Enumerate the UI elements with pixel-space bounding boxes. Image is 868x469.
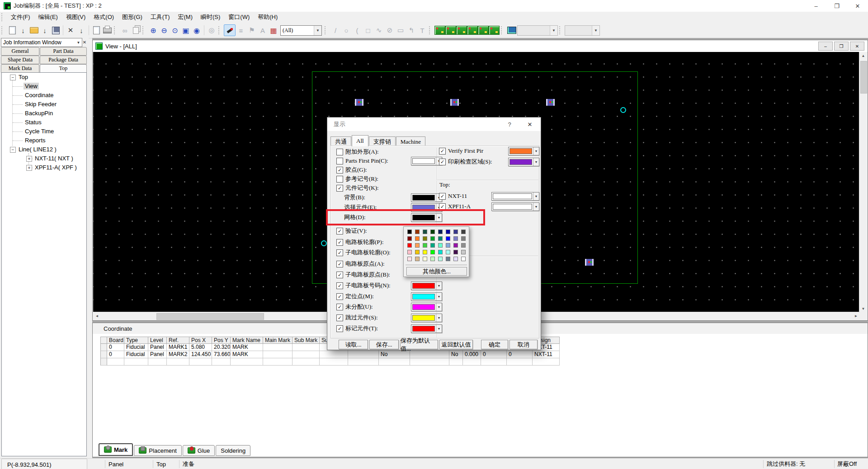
menu-macro[interactable]: 宏(M) bbox=[174, 12, 197, 23]
checkbox[interactable]: ✓ bbox=[336, 304, 343, 310]
palette-color-swatch[interactable] bbox=[453, 257, 458, 261]
option-subboard-number[interactable]: ✓ 子电路板号码(N): ▼ bbox=[336, 281, 391, 290]
table-cell[interactable] bbox=[212, 358, 231, 366]
table-cell[interactable] bbox=[481, 358, 507, 366]
draw-nodisp-icon[interactable]: ⊘ bbox=[384, 25, 395, 36]
mark-circle[interactable] bbox=[321, 240, 327, 246]
palette-color-swatch[interactable] bbox=[415, 236, 420, 241]
maximize-button[interactable]: ❐ bbox=[826, 0, 847, 12]
palette-color-swatch[interactable] bbox=[407, 250, 412, 254]
table-cell[interactable]: Panel bbox=[148, 344, 167, 351]
table-cell[interactable]: MARK bbox=[231, 351, 263, 358]
table-header-cell[interactable]: Main Mark bbox=[263, 337, 292, 344]
checkbox[interactable]: ✓ bbox=[336, 249, 343, 256]
palette-color-swatch[interactable] bbox=[453, 236, 458, 241]
fiducial-mark-icon[interactable] bbox=[585, 259, 594, 266]
table-cell[interactable]: 0 bbox=[481, 351, 507, 358]
color-dropdown[interactable]: ▼ bbox=[508, 147, 539, 155]
table-header-cell[interactable]: Type bbox=[124, 337, 148, 344]
checkbox[interactable]: ✓ bbox=[336, 185, 343, 192]
table-cell[interactable]: Fiducial bbox=[124, 351, 148, 358]
color-dropdown[interactable]: ▼ bbox=[411, 203, 442, 212]
draw-circle-icon[interactable]: ○ bbox=[341, 25, 352, 36]
machine-layer-icon[interactable] bbox=[506, 25, 517, 36]
grid-color-dropdown[interactable]: ▼ bbox=[411, 213, 442, 222]
board-map-icon-6[interactable] bbox=[489, 25, 500, 36]
tab-mark[interactable]: Mark bbox=[99, 443, 133, 456]
palette-color-swatch[interactable] bbox=[407, 257, 412, 261]
tree-item-top[interactable]: − Top bbox=[2, 73, 86, 82]
tree-item-skip-feeder[interactable]: Skip Feeder bbox=[2, 100, 86, 109]
menu-edit[interactable]: 编辑(E) bbox=[34, 12, 62, 23]
open-icon[interactable] bbox=[28, 25, 39, 36]
new-document-icon[interactable] bbox=[7, 25, 18, 36]
print-preview-icon[interactable] bbox=[91, 25, 102, 36]
help-icon[interactable]: ? bbox=[502, 117, 517, 131]
vertical-scrollbar[interactable]: ▲ ▼ bbox=[859, 52, 867, 313]
palette-color-swatch[interactable] bbox=[438, 243, 443, 248]
menu-format[interactable]: 格式(O) bbox=[90, 12, 118, 23]
table-cell[interactable] bbox=[410, 358, 449, 366]
table-header-cell[interactable]: Sub Mark bbox=[292, 337, 320, 344]
panel-selector-dropdown[interactable]: Job Information Window ▼ bbox=[1, 38, 82, 47]
checkbox[interactable]: ✓ bbox=[336, 239, 343, 246]
fiducial-mark-icon[interactable] bbox=[355, 99, 363, 106]
table-cell[interactable] bbox=[189, 358, 212, 366]
table-cell[interactable] bbox=[507, 358, 533, 366]
option-subboard-outline[interactable]: ✓ 子电路板轮廓(O): bbox=[336, 249, 391, 257]
option-glue-dot[interactable]: ✓ 胶点(G): bbox=[336, 166, 367, 174]
option-subboard-origin[interactable]: ✓ 子电路板原点(B): bbox=[336, 271, 390, 279]
tab-soldering[interactable]: Soldering bbox=[216, 445, 250, 456]
table-header-cell[interactable]: Board bbox=[107, 337, 124, 344]
checkbox[interactable]: ✓ bbox=[439, 148, 446, 155]
palette-color-swatch[interactable] bbox=[438, 236, 443, 241]
palette-color-swatch[interactable] bbox=[430, 230, 435, 234]
color-dropdown[interactable]: ▼ bbox=[411, 281, 442, 290]
table-cell[interactable]: No bbox=[449, 351, 463, 358]
table-cell[interactable] bbox=[167, 358, 189, 366]
zoom-page-icon[interactable]: ▣ bbox=[180, 25, 191, 36]
checkbox[interactable] bbox=[336, 158, 343, 164]
read-button[interactable]: 读取... bbox=[339, 340, 368, 349]
table-cell[interactable] bbox=[463, 358, 481, 366]
expand-icon[interactable]: + bbox=[26, 156, 32, 162]
table-cell[interactable]: 5.080 bbox=[189, 344, 212, 351]
checkbox[interactable]: ✓ bbox=[336, 167, 343, 174]
checkbox[interactable]: ✓ bbox=[336, 293, 343, 300]
tree-item-coordinate[interactable]: Coordinate bbox=[2, 91, 86, 100]
collapse-icon[interactable]: − bbox=[10, 147, 16, 153]
table-cell[interactable]: 0.000 bbox=[463, 351, 481, 358]
palette-color-swatch[interactable] bbox=[453, 243, 458, 248]
expand-icon[interactable]: + bbox=[26, 165, 32, 171]
zoom-in-icon[interactable]: ⊕ bbox=[148, 25, 159, 36]
copy-icon[interactable] bbox=[130, 25, 141, 36]
palette-color-swatch[interactable] bbox=[438, 250, 443, 254]
table-header-cell[interactable]: Ref. bbox=[167, 337, 189, 344]
color-dropdown[interactable]: ▼ bbox=[491, 192, 539, 201]
palette-color-swatch[interactable] bbox=[415, 243, 420, 248]
option-locate-point[interactable]: ✓ 定位点(M): ▼ bbox=[336, 292, 374, 300]
table-header-cell[interactable]: Pos X bbox=[189, 337, 212, 344]
checkbox[interactable]: ✓ bbox=[336, 272, 343, 278]
board-map-icon-4[interactable] bbox=[467, 25, 478, 36]
view-close-button[interactable]: ✕ bbox=[850, 42, 864, 51]
palette-color-swatch[interactable] bbox=[438, 230, 443, 234]
checkbox[interactable]: ✓ bbox=[439, 203, 446, 210]
cancel-button[interactable]: 取消 bbox=[509, 340, 538, 349]
checkbox[interactable]: ✓ bbox=[336, 314, 343, 321]
option-marked-part[interactable]: ✓ 标记元件(T): ▼ bbox=[336, 324, 378, 333]
view-minimize-button[interactable]: – bbox=[818, 42, 833, 51]
menu-help[interactable]: 帮助(H) bbox=[254, 12, 282, 23]
unit-dropdown[interactable]: ▼ bbox=[565, 25, 600, 36]
color-dropdown[interactable]: ▼ bbox=[411, 157, 442, 165]
menu-graphic[interactable]: 图形(G) bbox=[118, 12, 146, 23]
option-skip-part[interactable]: ✓ 跳过元件(S): ▼ bbox=[336, 314, 378, 322]
table-header-cell[interactable]: Pos Y bbox=[212, 337, 231, 344]
table-cell[interactable] bbox=[100, 358, 107, 366]
tab-package-data[interactable]: Package Data bbox=[40, 56, 87, 64]
palette-color-swatch[interactable] bbox=[461, 236, 466, 241]
option-xpf11a[interactable]: ✓ XPF11-A ▼ bbox=[439, 202, 471, 211]
machine-dropdown[interactable]: ▼ bbox=[517, 25, 558, 36]
draw-frame-icon[interactable]: ▭ bbox=[395, 25, 406, 36]
table-header-cell[interactable]: Level bbox=[148, 337, 167, 344]
